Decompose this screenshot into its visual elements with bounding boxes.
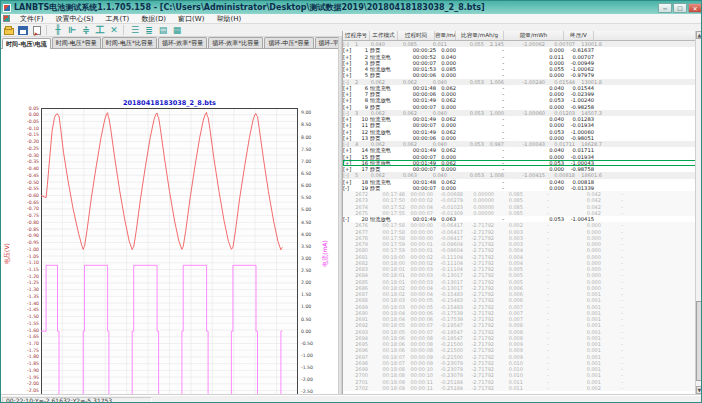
table-cell: 00:18:09 <box>370 385 407 391</box>
y-left-tick: -1.95 <box>14 375 39 380</box>
left-axis-label: 电压(V) <box>3 239 12 269</box>
open-file-icon[interactable] <box>3 25 15 36</box>
table-header-cell[interactable]: 终压/V <box>564 31 594 40</box>
toolbar-separator <box>123 25 124 35</box>
table-scrollbar-thumb[interactable] <box>696 301 702 381</box>
table-header-cell[interactable]: 过程序号 <box>343 31 370 40</box>
tab-1[interactable]: 时间-电压\电流 <box>2 38 51 49</box>
y-left-tick: -0.80 <box>14 220 39 225</box>
axis-setup-icon[interactable]: 工 <box>94 25 106 36</box>
window-title: LANBTS电池测试系统1.1.705.158 - [C:\Users\Admi… <box>14 2 658 13</box>
table-scroll-up-button[interactable]: ▲ <box>696 31 702 39</box>
table-header-cell[interactable] <box>594 31 696 40</box>
table-cell: -2.71792 <box>465 385 496 391</box>
table-row-record[interactable]: 270200:18:0900:00:11-0.25184-2.717920.01… <box>343 385 696 391</box>
data-table-panel: 过程序号工作模式过程时间容量/mAh比容量/mAh/g能量/mWh终压/V [-… <box>342 31 695 395</box>
table-header: 过程序号工作模式过程时间容量/mAh比容量/mAh/g能量/mWh终压/V <box>343 31 696 41</box>
y-left-tick: -0.40 <box>14 166 39 171</box>
y-left-tick: -0.45 <box>14 173 39 178</box>
y-right-tick: 4.50 <box>301 220 323 225</box>
tab-6[interactable]: 循环-中压*容量 <box>264 37 313 48</box>
compare-view-icon[interactable]: ≑ <box>80 25 92 36</box>
y-right-tick: 2.00 <box>301 280 323 285</box>
zoom-cross-icon[interactable]: ✕ <box>108 25 120 36</box>
maximize-button[interactable]: ☐ <box>673 3 687 13</box>
menu-item-3[interactable]: 工具(T) <box>99 14 135 24</box>
y-left-tick: -1.30 <box>14 287 39 292</box>
step-list-icon[interactable]: ▤ <box>157 25 169 36</box>
menu-items: 文件(F)设置中心(S)工具(T)数据(D)窗口(W)帮助(H) <box>14 14 247 24</box>
menu-item-4[interactable]: 数据(D) <box>135 14 172 24</box>
close-button[interactable]: ✕ <box>688 3 702 13</box>
status-coordinates: 00:22:10;Y=-2.61632;Y2=-5.31753 <box>2 397 152 403</box>
chart-panel: 20180418183038_2_8.bts 0.050.00-0.05-0.1… <box>1 49 338 395</box>
y-left-tick: -1.85 <box>14 361 39 366</box>
grid-list-icon[interactable]: ▦ <box>171 25 183 36</box>
y-left-tick: -2.05 <box>14 388 39 393</box>
cycle-list-icon[interactable]: ≣ <box>143 25 155 36</box>
menu-bar: 文件(F)设置中心(S)工具(T)数据(D)窗口(W)帮助(H) <box>1 14 702 24</box>
status-bar: 00:22:10;Y=-2.61632;Y2=-5.31753 <box>1 395 702 403</box>
y-left-tick: -1.55 <box>14 321 39 326</box>
tab-3[interactable]: 时间-电压*比容量 <box>102 37 157 48</box>
table-cell: 00:00:11 <box>407 385 435 391</box>
table-scroll-down-button[interactable]: ▼ <box>696 386 702 394</box>
data-list-icon[interactable]: ☰ <box>129 25 141 36</box>
tab-4[interactable]: 循环-效率*容量 <box>158 37 207 48</box>
table-header-cell[interactable]: 比容量/mAh/g <box>456 31 504 40</box>
menu-item-6[interactable]: 帮助(H) <box>210 14 247 24</box>
table-cell: 0.002 <box>551 385 603 391</box>
y-left-tick: -1.75 <box>14 348 39 353</box>
table-header-cell[interactable]: 容量/mAh <box>435 31 456 40</box>
minimize-button[interactable]: ─ <box>658 3 672 13</box>
y-left-tick: -1.05 <box>14 254 39 259</box>
y-left-tick: -0.90 <box>14 233 39 238</box>
y-left-tick: -1.25 <box>14 280 39 285</box>
table-header-cell[interactable]: 能量/mWh <box>504 31 564 40</box>
y-left-tick: -1.50 <box>14 314 39 319</box>
y-left-tick: -1.00 <box>14 247 39 252</box>
y-left-tick: -1.65 <box>14 334 39 339</box>
table-v-scrollbar[interactable]: ▲ ▼ <box>695 31 702 395</box>
y-right-tick: 6.00 <box>301 183 323 188</box>
y-left-tick: -1.20 <box>14 274 39 279</box>
table-cell: - <box>525 385 551 391</box>
y-right-tick: 9.00 <box>301 110 323 115</box>
y-right-tick: 0.50 <box>301 317 323 322</box>
save-icon[interactable] <box>17 25 29 36</box>
y-left-tick: -1.60 <box>14 328 39 333</box>
export-icon[interactable] <box>31 25 43 36</box>
y-left-tick: -0.05 <box>14 119 39 124</box>
tab-5[interactable]: 循环-效率*比容量 <box>208 37 263 48</box>
y-left-tick: -0.10 <box>14 126 39 131</box>
tab-bar: 时间-电压\电流时间-电压*容量时间-电压*比容量循环-效率*容量循环-效率*比… <box>1 37 338 49</box>
table-cell: 2702 <box>343 385 370 391</box>
tab-2[interactable]: 时间-电压*容量 <box>52 37 101 48</box>
y-left-tick: -1.35 <box>14 294 39 299</box>
table-cell: -0.25184 <box>435 385 465 391</box>
y-left-tick: -0.65 <box>14 200 39 205</box>
y-right-tick: 7.50 <box>301 147 323 152</box>
y-left-tick: 0.00 <box>14 112 39 117</box>
table-header-cell[interactable]: 工作模式 <box>370 31 398 40</box>
y-right-tick: 1.00 <box>301 304 323 309</box>
y-right-tick: 8.50 <box>301 122 323 127</box>
y-right-tick: -2.50 <box>301 389 323 394</box>
table-header-cell[interactable]: 过程时间 <box>398 31 435 40</box>
chart-plot[interactable] <box>41 108 298 403</box>
curve-view-icon[interactable]: ╫ <box>52 25 64 36</box>
current-curve <box>41 265 282 397</box>
table-cell: - <box>603 385 625 391</box>
menu-item-1[interactable]: 文件(F) <box>14 14 50 24</box>
y-left-tick: -0.25 <box>14 146 39 151</box>
marker-view-icon[interactable]: ⊩ <box>66 25 78 36</box>
menu-item-2[interactable]: 设置中心(S) <box>50 14 100 24</box>
y-right-tick: 0.00 <box>301 329 323 334</box>
y-left-tick: -0.70 <box>14 206 39 211</box>
y-left-tick: -1.90 <box>14 368 39 373</box>
y-left-tick: -1.10 <box>14 260 39 265</box>
menu-item-5[interactable]: 窗口(W) <box>172 14 210 24</box>
toolbar-separator <box>46 25 47 35</box>
chart-svg <box>41 108 298 403</box>
y-left-tick: -0.75 <box>14 213 39 218</box>
